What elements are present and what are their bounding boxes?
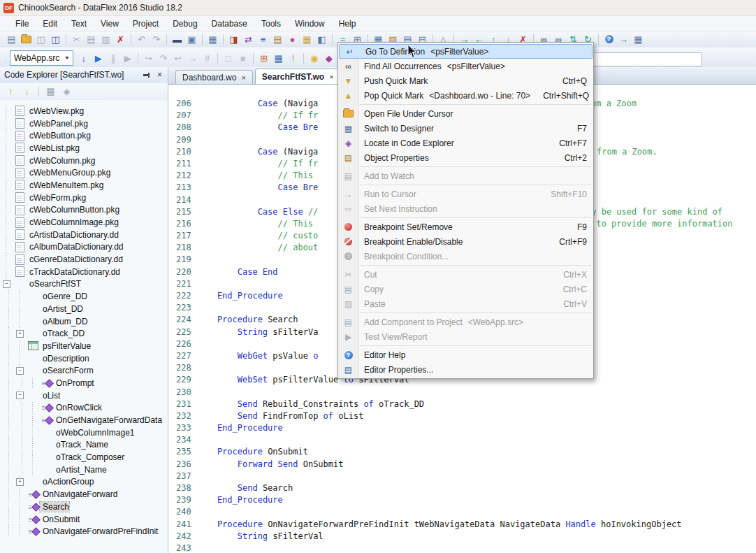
tree-item-oartist_dd[interactable]: oArtist_DD: [0, 303, 168, 315]
tree-item-ongetnavigateforwarddata[interactable]: OnGetNavigateForwardData: [0, 414, 168, 426]
menu-window[interactable]: Window: [288, 17, 332, 30]
code-line[interactable]: 241Procedure OnNavigateForwardPreFindIni…: [168, 519, 756, 531]
compile-icon[interactable]: ↓: [76, 52, 91, 65]
pin-icon[interactable]: [143, 71, 150, 79]
expand-icon[interactable]: +: [16, 330, 24, 338]
code-line[interactable]: 237: [168, 471, 756, 482]
tree-item-cwebmenuitem.pkg[interactable]: cWebMenuItem.pkg: [0, 179, 168, 192]
tree-item-onprompt[interactable]: OnPrompt: [0, 377, 168, 389]
menu-item-locate-in-code-explorer[interactable]: ◈Locate in Code ExplorerCtrl+F7: [338, 136, 593, 150]
tree-item-ctrackdatadictionary.dd[interactable]: cTrackDataDictionary.dd: [0, 266, 168, 278]
menu-item-editor-properties[interactable]: ▤Editor Properties...: [338, 362, 593, 377]
project-combo[interactable]: WebApp.src: [10, 50, 73, 66]
menu-item-open-file-under-cursor[interactable]: Open File Under Cursor: [338, 106, 593, 121]
menu-project[interactable]: Project: [126, 17, 166, 30]
tree-item-otrack_dd[interactable]: +oTrack_DD: [0, 327, 168, 340]
tab-close-icon[interactable]: ×: [241, 73, 245, 82]
collapse-icon[interactable]: −: [16, 392, 24, 399]
tree-item-oactiongroup[interactable]: +oActionGroup: [0, 476, 168, 489]
tree-item-onnavigateforwardprefindinit[interactable]: OnNavigateForwardPreFindInit: [0, 525, 168, 538]
tree-expander[interactable]: −: [16, 389, 27, 402]
tree-item-oalbum_dd[interactable]: oAlbum_DD: [0, 315, 168, 328]
code-line[interactable]: 235Procedure OnSubmit: [168, 446, 756, 458]
tree-expander[interactable]: +: [16, 327, 27, 340]
print-icon[interactable]: ▣: [184, 33, 199, 46]
tree-expander[interactable]: −: [3, 278, 13, 291]
tree-item-calbumdatadictionary.dd[interactable]: cAlbumDataDictionary.dd: [0, 241, 168, 254]
code-line[interactable]: 239End_Procedure: [168, 494, 756, 506]
new-file-icon[interactable]: ▤: [4, 33, 19, 46]
tree-item-onnavigateforward[interactable]: OnNavigateForward: [0, 488, 168, 501]
tree-item-cwebform.pkg[interactable]: cWebForm.pkg: [0, 192, 168, 204]
tree-item-onrowclick[interactable]: OnRowClick: [0, 402, 168, 415]
menu-edit[interactable]: Edit: [36, 17, 64, 30]
next-object-icon[interactable]: ↓: [20, 85, 34, 98]
console-icon[interactable]: ▬: [170, 33, 184, 46]
code-line[interactable]: 243: [168, 543, 756, 553]
tab-dashboard.wo[interactable]: Dashboard.wo×: [175, 70, 253, 84]
collapse-icon[interactable]: −: [3, 280, 10, 288]
tree-item-cwebcolumnbutton.pkg[interactable]: cWebColumnButton.pkg: [0, 204, 168, 217]
tree-item-cartistdatadictionary.dd[interactable]: cArtistDataDictionary.dd: [0, 229, 168, 241]
help-icon[interactable]: ?: [602, 33, 616, 46]
run-icon[interactable]: ▶: [91, 52, 106, 65]
tree-item-cwebpanel.pkg[interactable]: cWebPanel.pkg: [0, 117, 168, 130]
menu-item-find-all-occurrences[interactable]: ∞Find All Occurrences<psFilterValue>: [338, 59, 593, 73]
code-line[interactable]: 232Send FindFromTop of oList: [168, 410, 756, 422]
tree-item-cwebbutton.pkg[interactable]: cWebButton.pkg: [0, 129, 168, 142]
tree-item-oartist_name[interactable]: oArtist_Name: [0, 464, 168, 476]
tree-item-otrack_name[interactable]: oTrack_Name: [0, 439, 168, 452]
menu-item-switch-to-designer[interactable]: ▦Switch to DesignerF7: [338, 121, 593, 136]
tree-item-owebcolumnimage1[interactable]: oWebColumnImage1: [0, 426, 168, 439]
tree-item-cwebcolumnimage.pkg[interactable]: cWebColumnImage.pkg: [0, 216, 168, 229]
tree-item-psfiltervalue[interactable]: psFilterValue: [0, 340, 168, 352]
tab-close-icon[interactable]: ×: [329, 73, 333, 81]
view-designer-icon[interactable]: ◆: [321, 52, 336, 65]
menu-item-push-quick-mark[interactable]: ▼Push Quick MarkCtrl+Q: [338, 73, 593, 88]
code-line[interactable]: 238Send Search: [168, 482, 756, 494]
sync-editor-icon[interactable]: ▦: [43, 85, 58, 98]
tree-expander[interactable]: −: [16, 364, 27, 377]
code-line[interactable]: 231Send Rebuild_Constraints of oTrack_DD: [168, 398, 756, 410]
window-panel-icon[interactable]: ◧: [314, 33, 329, 46]
menu-item-object-properties[interactable]: ▤Object PropertiesCtrl+2: [338, 150, 593, 165]
code-line[interactable]: 242String sFilterVal: [168, 531, 756, 543]
collapse-icon[interactable]: −: [16, 367, 24, 375]
data-table-icon[interactable]: ▦: [271, 52, 286, 65]
menu-item-breakpoint-enable-disable[interactable]: Breakpoint Enable/DisableCrtl+F9: [338, 234, 593, 249]
menu-item-editor-help[interactable]: ?Editor Help: [338, 347, 593, 362]
object-properties-icon[interactable]: ▤: [270, 33, 285, 46]
toolbar-search-input[interactable]: [592, 52, 702, 66]
menu-item-breakpoint-set-remove[interactable]: Breakpoint Set/RemoveF9: [338, 220, 593, 234]
close-icon[interactable]: ×: [156, 70, 163, 80]
menu-view[interactable]: View: [94, 17, 126, 30]
copy-component-icon[interactable]: ▦: [205, 33, 220, 46]
menu-help[interactable]: Help: [332, 17, 363, 30]
tree-item-cwebmenugroup.pkg[interactable]: cWebMenuGroup.pkg: [0, 166, 168, 179]
tree-item-cgenredatadictionary.dd[interactable]: cGenreDataDictionary.dd: [0, 253, 168, 266]
tree-expander[interactable]: +: [16, 476, 27, 489]
menu-item-go-to-definition[interactable]: ↵Go To Definition<psFilterValue>: [339, 44, 593, 59]
menu-file[interactable]: File: [8, 17, 36, 30]
exit-icon[interactable]: →: [616, 33, 631, 46]
tree-item-cweblist.pkg[interactable]: cWebList.pkg: [0, 142, 168, 155]
tree-item-osearchftfst[interactable]: −oSearchFtfST: [0, 278, 168, 291]
table-explorer-icon[interactable]: ▦: [300, 33, 314, 46]
dataflex-studio-icon[interactable]: ◨: [226, 33, 241, 46]
code-line[interactable]: 240: [168, 506, 756, 518]
tree-item-ogenre_dd[interactable]: oGenre_DD: [0, 290, 168, 303]
pan-hand-icon[interactable]: ◉: [307, 52, 321, 65]
tree-item-onsubmit[interactable]: OnSubmit: [0, 513, 168, 526]
save-all-icon[interactable]: ◫: [48, 33, 63, 46]
expand-icon[interactable]: +: [16, 478, 24, 486]
tree-item-search[interactable]: Search: [0, 501, 168, 513]
code-line[interactable]: 233End_Procedure: [168, 422, 756, 434]
color-palette-icon[interactable]: ●: [285, 33, 300, 46]
switch-workspace-icon[interactable]: ⇄: [241, 33, 256, 46]
open-folder-icon[interactable]: [19, 33, 34, 46]
tree-item-otrack_composer[interactable]: oTrack_Composer: [0, 451, 168, 464]
code-order-icon[interactable]: ≡: [256, 33, 270, 46]
tab-searchftfst.wo[interactable]: SearchFtfST.wo×: [255, 69, 341, 84]
tree-item-cwebview.pkg[interactable]: cWebView.pkg: [0, 105, 168, 117]
tree-item-olist[interactable]: −oList: [0, 389, 168, 402]
